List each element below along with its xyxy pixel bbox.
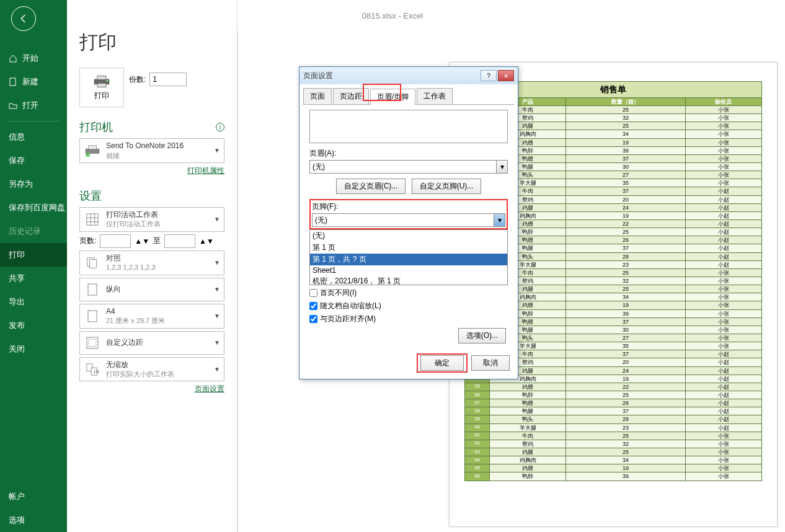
printer-combo[interactable]: Send To OneNote 2016就绪 ▼ — [79, 138, 224, 163]
margins-combo[interactable]: 自定义边距 ▼ — [79, 331, 224, 355]
tab-3[interactable]: 工作表 — [417, 88, 453, 104]
print-what-combo[interactable]: 打印活动工作表仅打印活动工作表 ▼ — [79, 207, 224, 232]
chevron-down-icon: ▼ — [214, 147, 220, 154]
footer-select[interactable]: (无)▾ — [312, 213, 505, 227]
ok-button[interactable]: 确定 — [420, 355, 464, 371]
svg-rect-15 — [88, 284, 97, 295]
cancel-button[interactable]: 取消 — [471, 355, 510, 371]
portrait-icon — [84, 281, 101, 298]
svg-rect-3 — [97, 83, 106, 87]
sidebar-item[interactable]: 发布 — [0, 314, 67, 337]
back-button[interactable] — [11, 6, 36, 31]
header-select[interactable]: (无)▾ — [309, 160, 508, 174]
table-row: 37鸭翅26小赵 — [465, 399, 762, 407]
table-row: 38鸭腿37小赵 — [465, 407, 762, 415]
sidebar-item[interactable]: 打印 — [0, 243, 67, 267]
info-icon[interactable]: i — [216, 123, 224, 131]
pages-from-input[interactable] — [100, 234, 131, 248]
new-icon — [9, 78, 17, 86]
svg-rect-18 — [89, 339, 96, 347]
pages-label: 页数: — [79, 236, 96, 246]
sheets-icon — [84, 211, 101, 228]
svg-rect-2 — [97, 76, 106, 79]
sidebar-item[interactable]: 选项 — [0, 508, 67, 532]
sidebar-item[interactable]: 保存 — [0, 149, 67, 172]
table-row: 43鸡腿25小张 — [465, 448, 762, 456]
options-button[interactable]: 选项(O)... — [458, 328, 506, 344]
svg-point-7 — [86, 153, 90, 157]
printer-icon — [93, 74, 110, 88]
custom-footer-button[interactable]: 自定义页脚(U)... — [412, 179, 482, 194]
collate-combo[interactable]: 对照1,2,3 1,2,3 1,2,3 ▼ — [79, 250, 224, 275]
printer-icon — [84, 142, 101, 159]
close-button[interactable]: ✕ — [498, 70, 514, 81]
footer-option[interactable]: (无) — [310, 230, 507, 242]
svg-text:100: 100 — [94, 370, 99, 374]
tab-2[interactable]: 页眉/页脚 — [370, 89, 415, 105]
paper-combo[interactable]: A421 厘米 x 29.7 厘米 ▼ — [79, 304, 224, 329]
sidebar-item-home[interactable]: 开始 — [0, 47, 67, 70]
table-row: 39鸭头28小赵 — [465, 415, 762, 423]
sidebar-item[interactable]: 历史记录 — [0, 219, 67, 243]
open-icon — [9, 101, 17, 110]
align-margins-checkbox[interactable] — [309, 315, 317, 323]
chevron-down-icon: ▾ — [496, 161, 507, 173]
header-preview — [309, 110, 508, 143]
table-row: 45鸡翅19小张 — [465, 464, 762, 472]
footer-option[interactable]: 第 1 页，共 ? 页 — [310, 254, 507, 265]
printer-props-link[interactable]: 打印机属性 — [187, 166, 224, 175]
table-row: 40羊大腿23小赵 — [465, 423, 762, 432]
sidebar-item-open[interactable]: 打开 — [0, 94, 67, 117]
print-button[interactable]: 打印 — [79, 68, 124, 107]
table-row: 44鸡胸肉34小张 — [465, 456, 762, 464]
footer-options-list[interactable]: (无)第 1 页第 1 页，共 ? 页Sheet1 机密，2021/8/16， … — [309, 229, 508, 285]
chevron-down-icon: ▾ — [494, 214, 505, 226]
print-title: 打印 — [79, 30, 224, 55]
footer-label: 页脚(F): — [312, 202, 505, 212]
svg-rect-16 — [88, 311, 97, 322]
table-row: 41牛肉25小张 — [465, 432, 762, 440]
sidebar-item[interactable]: 共享 — [0, 267, 67, 290]
tab-0[interactable]: 页面 — [303, 88, 332, 104]
scale-combo[interactable]: 100 无缩放打印实际大小的工作表 ▼ — [79, 357, 224, 382]
footer-option[interactable]: 机密，2021/8/16， 第 1 页 — [310, 275, 507, 285]
svg-rect-8 — [87, 214, 98, 225]
sidebar-item[interactable]: 导出 — [0, 290, 67, 314]
sidebar-item[interactable]: 信息 — [0, 125, 67, 149]
dialog-titlebar[interactable]: 页面设置 ? ✕ — [299, 67, 518, 84]
svg-rect-6 — [89, 146, 97, 149]
svg-point-4 — [106, 79, 108, 81]
table-row: 36鸭脖25小赵 — [465, 391, 762, 399]
diff-first-checkbox[interactable] — [309, 289, 317, 297]
table-row: 46鸭脖39小张 — [465, 472, 762, 481]
printer-heading: 打印机 — [79, 120, 113, 135]
copies-input[interactable] — [149, 73, 187, 86]
copies-label: 份数: — [129, 74, 146, 85]
orientation-combo[interactable]: 纵向 ▼ — [79, 278, 224, 301]
table-row: 35鸡翅22小赵 — [465, 383, 762, 391]
sidebar-item[interactable]: 帐户 — [0, 485, 67, 508]
page-setup-dialog: 页面设置 ? ✕ 页面页边距页眉/页脚工作表 页眉(A): (无)▾ 自定义页眉… — [299, 66, 518, 379]
margins-icon — [84, 334, 101, 352]
print-panel: 打印 打印 份数: 打印机i Send To OneNote 2016就绪 ▼ … — [67, 0, 237, 532]
sidebar-item[interactable]: 关闭 — [0, 337, 67, 361]
paper-icon — [84, 308, 101, 325]
scale-with-doc-checkbox[interactable] — [309, 302, 317, 310]
sidebar-item-new[interactable]: 新建 — [0, 70, 67, 94]
custom-header-button[interactable]: 自定义页眉(C)... — [336, 179, 406, 194]
sidebar-item[interactable]: 另存为 — [0, 172, 67, 196]
backstage-sidebar: 开始新建打开 信息保存另存为保存到百度网盘历史记录打印共享导出发布关闭 帐户选项 — [0, 0, 67, 532]
help-button[interactable]: ? — [481, 70, 497, 81]
sidebar-item[interactable]: 保存到百度网盘 — [0, 196, 67, 219]
svg-rect-0 — [10, 78, 16, 86]
collate-icon — [84, 254, 101, 272]
footer-option[interactable]: 第 1 页 — [310, 242, 507, 254]
footer-option[interactable]: Sheet1 — [310, 265, 507, 275]
tab-1[interactable]: 页边距 — [333, 88, 369, 104]
scale-icon: 100 — [84, 361, 101, 378]
table-row: 42整鸡32小张 — [465, 440, 762, 448]
page-setup-link[interactable]: 页面设置 — [195, 384, 224, 393]
header-label: 页眉(A): — [309, 148, 508, 159]
svg-rect-14 — [89, 259, 96, 268]
pages-to-input[interactable] — [164, 234, 195, 248]
